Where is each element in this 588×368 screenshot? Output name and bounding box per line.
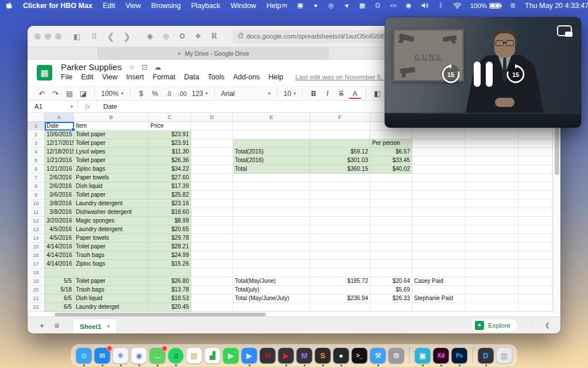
- bluetooth-icon[interactable]: ᛒ: [438, 0, 444, 11]
- cell-F2[interactable]: [310, 131, 370, 139]
- vertical-scroll-thumb[interactable]: [555, 124, 559, 175]
- cell-F17[interactable]: [310, 260, 370, 269]
- pip-exit-icon[interactable]: [557, 25, 572, 36]
- skip-forward-15-button[interactable]: 15: [505, 64, 526, 85]
- cell-G3[interactable]: Per person: [370, 139, 412, 148]
- cell-H17[interactable]: [412, 260, 466, 269]
- cell-D2[interactable]: [191, 131, 233, 139]
- cell-J3[interactable]: [519, 139, 552, 148]
- dock-chart-app-icon[interactable]: ▟: [205, 348, 220, 363]
- cell-G15[interactable]: [370, 243, 412, 251]
- cell-J21[interactable]: [519, 294, 552, 303]
- cell-H11[interactable]: [412, 208, 466, 217]
- toolbar-increase-decimal[interactable]: .00: [176, 88, 189, 99]
- cell-E12[interactable]: [233, 217, 310, 225]
- toolbar-paint-format-icon[interactable]: ◪: [77, 88, 90, 99]
- cell-C22[interactable]: $20.45: [149, 303, 191, 312]
- cell-D10[interactable]: [191, 200, 233, 208]
- cell-B1[interactable]: Item: [74, 122, 149, 131]
- bell-icon[interactable]: Ω: [374, 0, 381, 11]
- cell-E20[interactable]: Total(july): [233, 286, 310, 294]
- cell-A6[interactable]: 1/21/2016: [45, 165, 74, 174]
- dock-clicker-youtube-icon[interactable]: ▶: [278, 348, 294, 363]
- cell-J2[interactable]: [519, 131, 552, 139]
- cell-G20[interactable]: $5.69: [370, 286, 412, 294]
- menu-bar-clock[interactable]: Thu May 20 4:33:47 PM: [525, 2, 588, 10]
- row-header-9[interactable]: 9: [28, 191, 45, 200]
- cell-A2[interactable]: 10/6/2015: [45, 131, 74, 139]
- cell-F6[interactable]: $360.15: [310, 165, 370, 174]
- column-header-F[interactable]: F: [310, 113, 370, 122]
- toolbar-redo-icon[interactable]: ↷: [49, 88, 62, 99]
- menu-help[interactable]: Help: [266, 2, 281, 10]
- cell-F10[interactable]: [310, 200, 370, 208]
- row-header-1[interactable]: 1: [28, 122, 45, 131]
- minimize-window-button[interactable]: [45, 33, 51, 40]
- toolbar-font-family[interactable]: Arial▾: [219, 88, 272, 99]
- cell-G21[interactable]: $26.33: [370, 294, 412, 303]
- cell-I20[interactable]: [466, 286, 519, 294]
- apple-menu-icon[interactable]: [6, 2, 13, 10]
- cell-B19[interactable]: Toilet paper: [74, 277, 149, 286]
- cell-H14[interactable]: [412, 234, 466, 243]
- adblock-ext-icon[interactable]: ✪: [177, 32, 187, 40]
- cell-C21[interactable]: $18.53: [149, 294, 191, 303]
- cell-H8[interactable]: [412, 182, 466, 191]
- explore-button[interactable]: ✦ Explore: [471, 319, 518, 332]
- cell-C2[interactable]: $23.91: [149, 131, 191, 139]
- cell-I2[interactable]: [466, 131, 519, 139]
- sheets-menu-data[interactable]: Data: [184, 73, 199, 81]
- cell-I5[interactable]: [466, 156, 519, 165]
- battery-indicator[interactable]: 100% ⚡: [470, 2, 501, 9]
- toolbar-format-currency[interactable]: $: [135, 88, 148, 99]
- cell-G12[interactable]: [370, 217, 412, 225]
- name-box[interactable]: A1 ▾: [28, 101, 78, 112]
- cell-H5[interactable]: [412, 156, 466, 165]
- cell-C13[interactable]: $20.65: [149, 225, 191, 234]
- cell-D18[interactable]: [191, 269, 233, 277]
- menu-playback[interactable]: Playback: [191, 2, 220, 10]
- dock-github-icon[interactable]: ●: [334, 348, 349, 363]
- sheets-menu-help[interactable]: Help: [269, 73, 284, 81]
- toolbar-strikethrough[interactable]: S: [335, 88, 347, 99]
- cell-F15[interactable]: [310, 243, 370, 251]
- cell-E14[interactable]: [233, 234, 310, 243]
- row-header-10[interactable]: 10: [28, 200, 45, 208]
- cell-H15[interactable]: [412, 243, 466, 251]
- cell-G19[interactable]: $20.64: [370, 277, 412, 286]
- toolbar-text-color[interactable]: A: [349, 90, 361, 99]
- cell-E6[interactable]: Total: [233, 165, 310, 174]
- volume-icon[interactable]: [421, 2, 429, 9]
- onepassword-ext-icon[interactable]: ◉: [145, 32, 154, 40]
- row-header-13[interactable]: 13: [28, 225, 45, 234]
- menu-clicker-for-hbo-max[interactable]: Clicker for HBO Max: [23, 2, 92, 10]
- cell-E10[interactable]: [233, 200, 310, 208]
- row-header-14[interactable]: 14: [28, 234, 45, 243]
- cell-D13[interactable]: [191, 225, 233, 234]
- cell-J12[interactable]: [519, 217, 552, 225]
- dock-safari-icon[interactable]: ✵: [113, 348, 129, 363]
- cell-I13[interactable]: [466, 225, 519, 234]
- toolbar-fill-color-icon[interactable]: ◧: [371, 88, 384, 99]
- display-icon[interactable]: ▭: [390, 0, 397, 11]
- cell-D19[interactable]: [191, 277, 233, 286]
- dock-facetime-icon[interactable]: ▶: [223, 348, 239, 363]
- onepassword-icon[interactable]: ◎: [328, 0, 335, 11]
- toolbar-zoom[interactable]: 100%▾: [99, 88, 125, 99]
- dock-zoom-icon[interactable]: ▶: [242, 348, 257, 363]
- zoom-window-button[interactable]: [55, 33, 61, 40]
- sheet-tab[interactable]: Sheet1 ▾: [72, 319, 117, 334]
- cell-I15[interactable]: [466, 243, 519, 251]
- last-edit-link[interactable]: Last edit was on November 5, 2020: [295, 74, 399, 80]
- cell-G9[interactable]: [370, 191, 412, 200]
- cell-E11[interactable]: [233, 208, 310, 217]
- cell-A4[interactable]: 12/18/2015: [45, 148, 74, 156]
- cell-D3[interactable]: [191, 139, 233, 148]
- cell-G18[interactable]: [370, 269, 412, 277]
- cell-A10[interactable]: 3/8/2016: [45, 200, 74, 208]
- all-sheets-button[interactable]: ≡: [49, 320, 64, 330]
- row-header-17[interactable]: 17: [28, 260, 45, 269]
- menu-edit[interactable]: Edit: [103, 2, 115, 10]
- cell-J6[interactable]: [519, 165, 552, 174]
- cell-F7[interactable]: [310, 174, 370, 182]
